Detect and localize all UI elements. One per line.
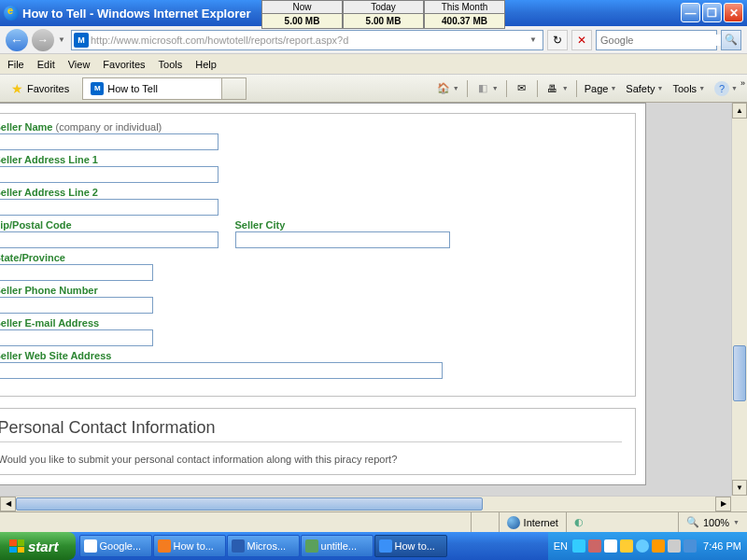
taskbar-item-icon	[379, 539, 392, 553]
menu-bar: File Edit View Favorites Tools Help	[0, 54, 747, 75]
favorites-button[interactable]: ★ Favorites	[6, 79, 75, 98]
back-button[interactable]: ←	[6, 29, 28, 51]
page-menu[interactable]: Page▼	[581, 81, 621, 96]
tray-icon[interactable]	[684, 539, 697, 553]
field-website: Seller Web Site Address	[0, 350, 626, 379]
taskbar-item[interactable]: Micros...	[227, 535, 300, 557]
menu-edit[interactable]: Edit	[37, 59, 55, 70]
navigation-bar: ← → ▼ M ▼ ↻ ✕ 🔍	[0, 26, 747, 54]
field-seller-addr1: Seller Address Line 1	[0, 154, 626, 183]
menu-help[interactable]: Help	[195, 59, 217, 70]
status-empty-seg	[471, 512, 499, 532]
search-box[interactable]	[596, 30, 717, 50]
website-input[interactable]	[0, 362, 443, 379]
status-protected-mode[interactable]: ◐	[566, 512, 678, 532]
windows-flag-icon	[9, 539, 24, 553]
close-button[interactable]: ✕	[724, 3, 743, 22]
search-input[interactable]	[600, 35, 729, 46]
home-button[interactable]: 🏠▼	[432, 79, 463, 98]
help-button[interactable]: ?▼	[711, 79, 741, 98]
zoom-dropdown[interactable]: ▼	[733, 519, 740, 525]
separator	[467, 80, 468, 97]
tray-icon[interactable]	[668, 539, 681, 553]
bw-month-value: 400.37 MB	[425, 14, 504, 28]
status-bar: Internet ◐ 🔍 100% ▼	[0, 511, 747, 532]
overflow-chevron[interactable]: »	[740, 78, 745, 88]
city-input[interactable]	[235, 231, 450, 248]
tray-icon[interactable]	[636, 539, 649, 553]
tray-icon[interactable]	[620, 539, 633, 553]
scroll-left-arrow[interactable]: ◀	[0, 497, 16, 511]
start-button[interactable]: start	[0, 532, 76, 560]
taskbar-item-label: Micros...	[247, 540, 287, 552]
taskbar-item[interactable]: Google...	[79, 535, 152, 557]
separator	[506, 80, 507, 97]
personal-contact-prompt: Would you like to submit your personal c…	[0, 454, 622, 465]
phone-label: Seller Phone Number	[0, 285, 626, 296]
nav-history-dropdown[interactable]: ▼	[58, 35, 67, 44]
seller-addr1-input[interactable]	[0, 166, 218, 183]
taskbar-item[interactable]: untitle...	[301, 535, 374, 557]
taskbar-item[interactable]: How to...	[153, 535, 226, 557]
system-tray[interactable]: EN 7:46 PM	[548, 532, 747, 560]
address-bar[interactable]: M ▼	[71, 30, 543, 50]
horizontal-scrollbar[interactable]: ◀ ▶	[0, 496, 731, 511]
scroll-up-arrow[interactable]: ▲	[732, 103, 747, 119]
url-input[interactable]	[91, 35, 526, 46]
search-go-button[interactable]: 🔍	[721, 30, 741, 50]
seller-name-input[interactable]	[0, 133, 218, 150]
bandwidth-monitor: Now 5.00 MB Today 5.00 MB This Month 400…	[261, 0, 505, 29]
address-dropdown[interactable]: ▼	[526, 35, 541, 44]
hscroll-thumb[interactable]	[16, 497, 483, 511]
minimize-button[interactable]: ―	[681, 3, 700, 22]
email-input[interactable]	[0, 329, 153, 346]
separator	[537, 80, 538, 97]
forward-button[interactable]: →	[32, 29, 54, 51]
tray-icon[interactable]	[572, 539, 585, 553]
site-favicon: M	[74, 33, 89, 48]
state-input[interactable]	[0, 264, 153, 281]
field-seller-name: Seller Name (company or individual)	[0, 121, 626, 150]
status-zoom[interactable]: 🔍 100% ▼	[678, 512, 747, 532]
tray-icon[interactable]	[604, 539, 617, 553]
globe-icon	[507, 516, 520, 529]
scroll-down-arrow[interactable]: ▼	[732, 480, 747, 496]
menu-favorites[interactable]: Favorites	[103, 59, 145, 70]
browser-tab[interactable]: M How to Tell	[82, 77, 222, 100]
taskbar-item[interactable]: How to...	[374, 535, 447, 557]
tab-strip: M How to Tell	[82, 77, 247, 100]
seller-info-panel: Seller Name (company or individual) Sell…	[0, 113, 636, 397]
safety-menu[interactable]: Safety▼	[622, 81, 667, 96]
windows-taskbar: start Google...How to...Micros...untitle…	[0, 532, 747, 560]
vertical-scrollbar[interactable]: ▲ ▼	[731, 103, 747, 496]
vscroll-thumb[interactable]	[733, 345, 746, 401]
refresh-button[interactable]: ↻	[547, 30, 568, 50]
taskbar-clock[interactable]: 7:46 PM	[703, 540, 741, 552]
tools-menu[interactable]: Tools▼	[669, 81, 709, 96]
tray-icon[interactable]	[652, 539, 665, 553]
command-buttons: 🏠▼ ◧▼ ✉ 🖶▼ Page▼ Safety▼ Tools▼ ?▼	[432, 79, 741, 98]
window-controls: ― ❐ ✕	[681, 3, 743, 22]
language-indicator[interactable]: EN	[554, 540, 568, 552]
star-icon: ★	[11, 81, 23, 96]
tray-icon[interactable]	[588, 539, 601, 553]
mail-button[interactable]: ✉	[511, 79, 533, 98]
seller-addr2-input[interactable]	[0, 199, 218, 216]
zone-label: Internet	[524, 517, 558, 528]
separator	[576, 80, 577, 97]
bw-now: Now 5.00 MB	[261, 0, 343, 29]
email-label: Seller E-mail Address	[0, 317, 626, 329]
stop-button[interactable]: ✕	[571, 30, 592, 50]
menu-file[interactable]: File	[7, 59, 24, 70]
menu-view[interactable]: View	[68, 59, 91, 70]
feeds-button[interactable]: ◧▼	[472, 79, 502, 98]
new-tab-button[interactable]	[222, 77, 247, 100]
menu-tools[interactable]: Tools	[159, 59, 183, 70]
seller-addr1-label: Seller Address Line 1	[0, 154, 626, 165]
print-button[interactable]: 🖶▼	[542, 79, 572, 98]
scroll-right-arrow[interactable]: ▶	[715, 497, 731, 511]
phone-input[interactable]	[0, 297, 153, 314]
maximize-button[interactable]: ❐	[702, 3, 722, 22]
zip-input[interactable]	[0, 231, 218, 248]
status-zone[interactable]: Internet	[499, 512, 566, 532]
